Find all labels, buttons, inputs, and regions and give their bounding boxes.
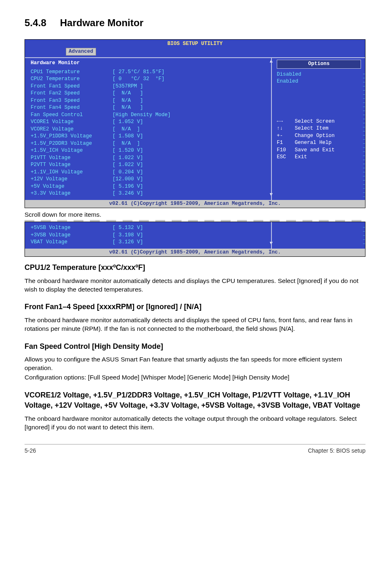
bios-field-label: P2VTT Voltage [31, 162, 112, 169]
bios-field-value: [5357RPM ] [112, 83, 143, 90]
bios-field-value: [ 1.520 V] [112, 147, 143, 155]
section-heading: 5.4.8 Hardware Monitor [25, 16, 365, 29]
chapter-label: Chapter 5: BIOS setup [308, 447, 365, 455]
bios-field-value: [ 3.198 V] [112, 232, 143, 239]
bios-data-row[interactable]: Front Fan4 Speed[ N/A ] [31, 104, 267, 112]
bios-data-row[interactable]: Front Fan2 Speed[ N/A ] [31, 90, 267, 97]
bios-field-value: [ N/A ] [112, 90, 143, 97]
bios-help-key: F1 [277, 139, 295, 147]
bios-field-value: [ 5.132 V] [112, 224, 143, 232]
bios-data-row[interactable]: VCORE2 Voltage[ N/A ] [31, 126, 267, 133]
bios-data-row[interactable]: +3.3V Voltage[ 3.246 V] [31, 190, 267, 197]
bios-help-line: ←→Select Screen [277, 118, 361, 126]
bios-help-action: Select Screen [295, 118, 335, 126]
bios-field-label: Front Fan3 Speed [31, 97, 112, 105]
bios-field-value: [ N/A ] [112, 97, 143, 105]
bios-field-label: VBAT Voltage [31, 239, 112, 246]
bios-field-label: Front Fan1 Speed [31, 83, 112, 90]
bios-data-row[interactable]: Front Fan1 Speed[5357RPM ] [31, 83, 267, 90]
bios-panel-main: BIOS SETUP UTILITY Advanced ▲ Hardware M… [25, 39, 365, 208]
bios-data-row[interactable]: +1.5V_P1DDR3 Voltage[ 1.508 V] [31, 133, 267, 140]
bios-data-row[interactable]: +1.1V_IOH Voltage[ 0.204 V] [31, 169, 267, 176]
heading-fan-speed: Front Fan1–4 Speed [xxxxRPM] or [Ignored… [25, 302, 365, 312]
bios-data-row[interactable]: CPU1 Temperature[ 27.5°C/ 81.5°F] [31, 69, 267, 76]
bios-data-row[interactable]: +1.5V_P2DDR3 Voltage[ N/A ] [31, 140, 267, 148]
bios-title: BIOS SETUP UTILITY [25, 40, 365, 48]
heading-voltages: VCORE1/2 Voltage, +1.5V_P1/2DDR3 Voltage… [25, 390, 365, 411]
bios-help-key: +- [277, 132, 295, 140]
bios-data-row[interactable]: +5VSB Voltage[ 5.132 V] [31, 224, 267, 232]
bios-left-pane: ▲ Hardware Monitor CPU1 Temperature[ 27.… [25, 58, 271, 200]
scroll-note: Scroll down for more items. [25, 211, 365, 219]
bios-field-label: P1VTT Voltage [31, 155, 112, 162]
paragraph-fan-control-2: Configuration options: [Full Speed Mode]… [25, 373, 365, 382]
bios-field-label: +12V Voltage [31, 176, 112, 183]
bios-help-action: General Help [295, 139, 332, 147]
bios-field-label: +1.5V_P2DDR3 Voltage [31, 140, 112, 148]
bios-help-key: ←→ [277, 118, 295, 126]
bios-help-action: Save and Exit [295, 147, 335, 154]
bios-option[interactable]: Enabled [277, 78, 361, 85]
paragraph-fan-speed: The onboard hardware monitor automatical… [25, 316, 365, 333]
heading-fan-control: Fan Speed Control [High Density Mode] [25, 341, 365, 351]
bios-field-label: +3VSB Voltage [31, 232, 112, 239]
page-number: 5-26 [25, 447, 36, 455]
bios-help-line: F1General Help [277, 139, 361, 147]
bios-field-label: CPU2 Temperature [31, 76, 112, 83]
bios-field-value: [High Density Mode] [112, 112, 171, 119]
paragraph-voltages: The onboard hardware monitor automatical… [25, 415, 365, 432]
bios-tab-row: Advanced [25, 48, 365, 58]
bios-help-line: ESCExit [277, 154, 361, 161]
scrollbar-indicator[interactable] [363, 224, 365, 247]
bios-field-label: VCORE1 Voltage [31, 119, 112, 126]
bios-data-row[interactable]: +5V Voltage[ 5.196 V] [31, 183, 267, 191]
bios-help-line: F10Save and Exit [277, 147, 361, 154]
bios-field-label: Front Fan2 Speed [31, 90, 112, 97]
bios-field-label: VCORE2 Voltage [31, 126, 112, 133]
bios-data-row[interactable]: VCORE1 Voltage[ 1.052 V] [31, 119, 267, 126]
bios-field-value: [ 0 °C/ 32 °F] [112, 76, 165, 83]
bios-field-value: [ N/A ] [112, 140, 140, 148]
paragraph-fan-control-1: Allows you to configure the ASUS Smart F… [25, 355, 365, 373]
bios-help-line: ↑↓Select Item [277, 125, 361, 132]
bios-data-row[interactable]: Fan Speed Control[High Density Mode] [31, 112, 267, 119]
bios-field-label: +5VSB Voltage [31, 224, 112, 232]
bios-copyright: v02.61 (C)Copyright 1985-2009, American … [25, 200, 365, 208]
bios-help-key: ESC [277, 154, 295, 161]
bios-data-row[interactable]: Front Fan3 Speed[ N/A ] [31, 97, 267, 105]
bios-field-label: +5V Voltage [31, 183, 112, 191]
bios-field-value: [12.000 V] [112, 176, 143, 183]
bios-panel-continued: +5VSB Voltage[ 5.132 V]+3VSB Voltage[ 3.… [25, 222, 365, 257]
bios-field-value: [ 27.5°C/ 81.5°F] [112, 69, 165, 76]
bios-data-row[interactable]: +1.5V_ICH Voltage[ 1.520 V] [31, 147, 267, 155]
bios-help-key: F10 [277, 147, 295, 154]
bios-field-label: +1.5V_P1DDR3 Voltage [31, 133, 112, 140]
bios-help-line: +-Change Option [277, 132, 361, 140]
bios-field-value: [ 3.126 V] [112, 239, 143, 246]
section-number: 5.4.8 [25, 17, 46, 28]
bios-data-row[interactable]: P1VTT Voltage[ 1.022 V] [31, 155, 267, 162]
bios-data-row[interactable]: +3VSB Voltage[ 3.198 V] [31, 232, 267, 239]
bios-field-value: [ 1.508 V] [112, 133, 143, 140]
bios-option[interactable]: Disabled [277, 71, 361, 79]
bios-field-label: +1.1V_IOH Voltage [31, 169, 112, 176]
bios-field-value: [ N/A ] [112, 126, 140, 133]
bios-data-row[interactable]: +12V Voltage[12.000 V] [31, 176, 267, 183]
bios-field-value: [ 1.022 V] [112, 155, 143, 162]
bios-help-action: Exit [295, 154, 307, 161]
scrollbar-indicator[interactable] [363, 70, 365, 198]
bios-data-row[interactable]: CPU2 Temperature[ 0 °C/ 32 °F] [31, 76, 267, 83]
bios-left-pane-2: +5VSB Voltage[ 5.132 V]+3VSB Voltage[ 3.… [25, 222, 271, 249]
paragraph-cpu-temp: The onboard hardware monitor automatical… [25, 277, 365, 294]
page-divider-dashed [25, 220, 365, 222]
bios-data-row[interactable]: VBAT Voltage[ 3.126 V] [31, 239, 267, 246]
bios-tab-advanced[interactable]: Advanced [66, 48, 96, 56]
bios-field-label: +1.5V_ICH Voltage [31, 147, 112, 155]
bios-data-row[interactable]: P2VTT Voltage[ 1.022 V] [31, 162, 267, 169]
bios-field-label: Front Fan4 Speed [31, 104, 112, 112]
bios-help-key: ↑↓ [277, 125, 295, 132]
bios-field-value: [ 1.022 V] [112, 162, 143, 169]
bios-right-pane-2 [271, 222, 365, 249]
bios-help-action: Change Option [295, 132, 335, 140]
options-header: Options [277, 60, 361, 69]
